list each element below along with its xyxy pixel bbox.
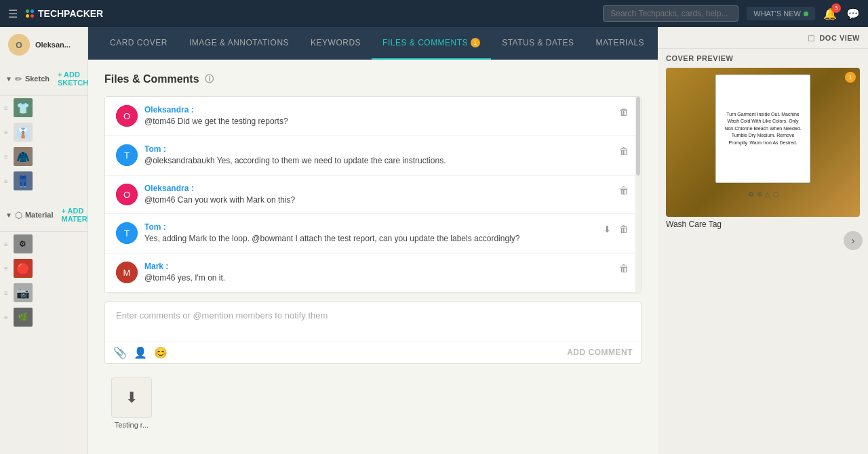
tab-status-dates[interactable]: STATUS & DATES [491,27,585,60]
delete-comment-1-button[interactable]: 🗑 [618,105,630,119]
svg-text:O: O [123,190,130,200]
comment-actions-1: 🗑 [618,105,630,119]
comment-item-4: T Tom : Yes, adding Mark to the loop. @b… [105,214,641,253]
sketch-item-4[interactable]: ≡ 👖 [0,169,87,193]
app-logo: TECHPACKER [26,8,103,19]
sketch-thumb-3: 🧥 [14,147,33,166]
next-arrow-button[interactable]: › [844,231,863,250]
tab-files-comments[interactable]: FILES & COMMENTS 1 [372,27,491,60]
drag-handle: ≡ [4,178,8,185]
project-name: Oleksan... [35,41,71,49]
drag-handle: ≡ [4,314,8,321]
modal-title: Files & Comments ⓘ [104,73,642,85]
files-section: ⬇ Testing r... [104,377,642,429]
comment-text-3: @tom46 Can you work with Mark on this? [144,194,611,206]
left-sidebar: O Oleksan... ▼ ✏ Sketch + ADD SKETCH ≡ 👕… [0,27,88,454]
sketch-icon: ✏ [15,74,22,84]
svg-text:M: M [123,268,131,278]
material-item-3[interactable]: ≡ 📷 [0,281,87,305]
emoji-button[interactable]: 😊 [154,346,167,359]
material-icon: ⬡ [15,210,22,220]
add-comment-button[interactable]: ADD COMMENT [567,348,633,357]
svg-text:T: T [124,150,130,161]
comment-author-2: Tom : [144,144,611,154]
messages-icon[interactable]: 💬 [846,7,860,20]
modal-body: Files & Comments ⓘ O Oleksandra : @tom46… [88,60,658,454]
avatar-mark: M [116,262,138,283]
top-nav: ☰ TECHPACKER WHAT'S NEW 🔔 3 💬 [0,0,868,27]
doc-view-button[interactable]: DOC VIEW [819,34,860,42]
svg-text:T: T [124,228,130,239]
sketch-thumb-2: 👔 [14,123,33,142]
modal-title-info-icon: ⓘ [205,73,214,85]
sketch-item-3[interactable]: ≡ 🧥 [0,144,87,169]
file-icon: ⬇ [111,377,152,418]
download-comment-4-button[interactable]: ⬇ [602,223,612,236]
logo-dot-red [31,14,34,18]
search-input[interactable] [603,5,738,22]
logo-dot-blue [31,9,34,13]
scrollbar-track [635,97,641,293]
main-content: CARD COVER IMAGE & ANNOTATIONS KEYWORDS … [88,27,868,454]
label-text: Turn Garment Inside Out. Machine Wash Co… [722,111,804,147]
comment-actions-2: 🗑 [618,144,630,158]
material-thumb-3: 📷 [14,283,33,302]
delete-comment-5-button[interactable]: 🗑 [618,262,630,275]
sketch-items: ≡ 👕 ≡ 👔 ≡ 🧥 ≡ 👖 [0,96,87,193]
sketch-expand-icon[interactable]: ▼ [5,75,12,83]
comment-content-2: Tom : @oleksandrabaukh Yes, according to… [144,144,611,167]
right-panel: ◻ DOC VIEW Cover preview Turn Garment In… [658,27,868,454]
care-icons: ♻⊕△◻ [748,190,778,198]
file-item-1[interactable]: ⬇ Testing r... [104,377,159,429]
project-avatar: O [8,34,30,56]
comment-text-2: @oleksandrabaukh Yes, according to them … [144,155,611,167]
sketch-section-title: Sketch [25,75,50,83]
comment-actions-4: ⬇ 🗑 [602,222,630,236]
tab-keywords[interactable]: KEYWORDS [300,27,372,60]
tab-materials[interactable]: MATERIALS [585,27,655,60]
comment-author-1: Oleksandra : [144,105,611,115]
live-indicator [804,12,808,16]
cover-preview-section: Cover preview Turn Garment Inside Out. M… [658,49,868,232]
avatar-oleksandra-2: O [116,184,138,205]
hamburger-icon[interactable]: ☰ [8,7,18,20]
cover-image: Turn Garment Inside Out. Machine Wash Co… [666,68,860,217]
material-item-2[interactable]: ≡ 🔴 [0,256,87,281]
comment-author-4: Tom : [144,222,595,232]
comment-item-3: O Oleksandra : @tom46 Can you work with … [105,176,641,215]
drag-handle: ≡ [4,241,8,248]
delete-comment-3-button[interactable]: 🗑 [618,184,630,197]
delete-comment-4-button[interactable]: 🗑 [618,222,630,236]
svg-text:O: O [16,41,22,50]
svg-text:O: O [123,111,130,121]
tab-image-annotations[interactable]: IMAGE & ANNOTATIONS [178,27,300,60]
comment-item-5: M Mark : @tom46 yes, I'm on it. 🗑 [105,253,641,293]
drag-handle: ≡ [4,289,8,297]
sketch-item-1[interactable]: ≡ 👕 [0,96,87,120]
material-item-1[interactable]: ≡ ⚙ [0,232,87,256]
comment-text-1: @tom46 Did we get the testing reports? [144,116,611,127]
material-item-4[interactable]: ≡ 🌿 [0,305,87,329]
files-comments-badge: 1 [471,38,480,47]
sketch-thumb-4: 👖 [14,171,33,190]
comment-input[interactable] [105,302,641,339]
delete-comment-2-button[interactable]: 🗑 [618,144,630,158]
notifications-button[interactable]: 🔔 3 [823,7,837,20]
comment-text-4: Yes, adding Mark to the loop. @bowmant I… [144,233,595,245]
notification-badge: 3 [831,3,841,13]
comment-toolbar: 📎 👤 😊 ADD COMMENT [105,342,641,363]
comment-actions-3: 🗑 [618,184,630,197]
material-section-header: ▼ ⬡ Material + ADD MATERIAL [0,199,87,232]
mention-button[interactable]: 👤 [134,346,147,359]
file-name: Testing r... [115,421,149,429]
sketch-thumb-1: 👕 [14,98,33,117]
attach-file-button[interactable]: 📎 [113,346,127,359]
doc-view-icon: ◻ [808,33,815,43]
tab-card-cover[interactable]: CARD COVER [99,27,178,60]
whats-new-button[interactable]: WHAT'S NEW [747,7,815,20]
drag-handle: ≡ [4,265,8,272]
sketch-item-2[interactable]: ≡ 👔 [0,120,87,144]
app-name: TECHPACKER [38,8,103,19]
logo-dots [26,9,34,18]
material-expand-icon[interactable]: ▼ [5,211,12,219]
